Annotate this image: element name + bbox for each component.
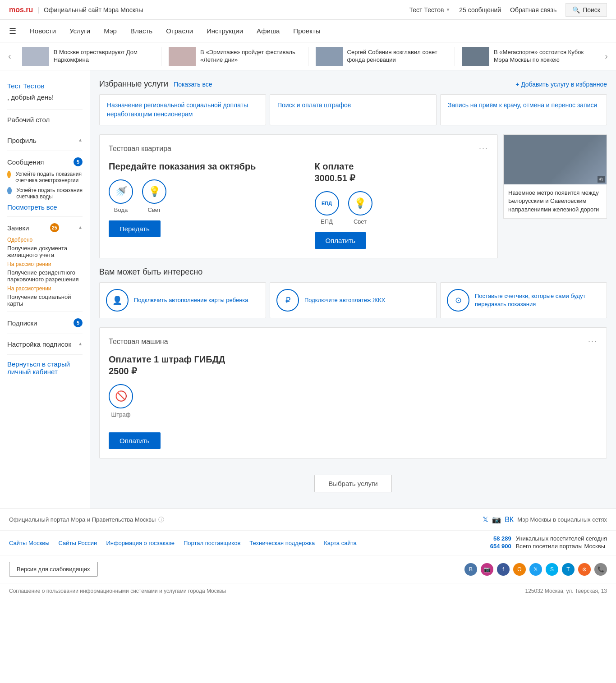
- nav-item-projects[interactable]: Проекты: [293, 27, 320, 35]
- search-button[interactable]: 🔍 Поиск: [565, 3, 607, 17]
- footer-link-0[interactable]: Сайты Москвы: [9, 540, 50, 546]
- sidebar-divider-3: [7, 151, 83, 151]
- add-favorite-link[interactable]: + Добавить услугу в избранное: [515, 81, 607, 88]
- interesting-card-1[interactable]: ₽ Подключите автоплатеж ЖКХ: [270, 282, 437, 318]
- nav-item-mayor[interactable]: Мэр: [104, 27, 117, 35]
- footer-official-text: Официальный портал Мэра и Правительства …: [9, 516, 156, 523]
- favorite-link-1[interactable]: Поиск и оплата штрафов: [277, 101, 351, 109]
- footer-link-4[interactable]: Техническая поддержка: [249, 540, 315, 546]
- favorites-show-all[interactable]: Показать все: [174, 81, 212, 88]
- footer-vk-icon[interactable]: ВК: [505, 516, 514, 524]
- interesting-card-0[interactable]: 👤 Подключить автополнение карты ребенка: [99, 282, 266, 318]
- social-vk-icon[interactable]: В: [464, 563, 477, 576]
- sidebar-old-cabinet-link[interactable]: Вернуться в старый личный кабинет: [7, 358, 83, 377]
- sidebar-messages-section[interactable]: Сообщения 5: [7, 155, 83, 169]
- footer-link-5[interactable]: Карта сайта: [324, 540, 356, 546]
- car-block: Тестовая машина ··· Оплатите 1 штраф ГИБ…: [99, 327, 607, 458]
- apartment-dots-btn[interactable]: ···: [479, 144, 488, 153]
- sidebar-applications-section[interactable]: Заявки 25 ▼: [7, 220, 83, 235]
- payment-col: К оплате 3000.51 ₽ ЕПД ЕПД 💡 Свет: [301, 160, 489, 249]
- favorites-grid: Назначение региональной социальной допла…: [99, 94, 607, 125]
- ticker-img-2: [316, 47, 343, 66]
- footer-link-3[interactable]: Портал поставщиков: [184, 540, 240, 546]
- apartment-block: Тестовая квартира ··· Передайте показани…: [99, 134, 607, 258]
- ticker-item-2[interactable]: Сергей Собянин возглавил совет фонда рен…: [308, 47, 455, 66]
- sidebar-subscriptions-badge: 5: [74, 318, 83, 327]
- content-area: Избранные услуги Показать все + Добавить…: [90, 70, 616, 509]
- footer-twitter-icon[interactable]: 𝕏: [483, 515, 488, 524]
- epd-label: ЕПД: [321, 218, 333, 225]
- sidebar-profile-section[interactable]: Профиль ▼: [7, 134, 83, 147]
- messages-btn[interactable]: 25 сообщений: [459, 6, 501, 14]
- favorite-card-1[interactable]: Поиск и оплата штрафов: [270, 94, 437, 125]
- light-meter-icon: 💡: [142, 179, 166, 204]
- sidebar-messages-badge: 5: [74, 157, 83, 166]
- nav-item-instructions[interactable]: Инструкции: [207, 27, 243, 35]
- interesting-card-2[interactable]: ⊙ Поставьте счетчики, которые сами будут…: [440, 282, 607, 318]
- header-right: Тест Тестов ▼ 25 сообщений Обратная связ…: [409, 3, 607, 17]
- favorites-title: Избранные услуги: [99, 79, 168, 89]
- footer-official: Официальный портал Мэра и Правительства …: [9, 516, 164, 524]
- sidebar-divider-7: [7, 354, 83, 355]
- pay-fine-button[interactable]: Оплатить: [109, 432, 161, 449]
- feedback-link[interactable]: Обратная связь: [510, 6, 556, 14]
- footer-stats: 58 289 Уникальных посетителей сегодня 65…: [484, 535, 607, 550]
- pay-light-label: Свет: [354, 218, 367, 225]
- favorite-link-0[interactable]: Назначение региональной социальной допла…: [107, 101, 248, 118]
- sidebar-messages-label: Сообщения: [7, 158, 44, 166]
- sidebar-subscriptions-section[interactable]: Подписки 5: [7, 316, 83, 330]
- epd-icon: ЕПД: [315, 191, 339, 215]
- nav-item-services[interactable]: Услуги: [69, 27, 90, 35]
- accessibility-button[interactable]: Версия для слабовидящих: [9, 562, 98, 577]
- footer-link-1[interactable]: Сайты России: [59, 540, 97, 546]
- sidebar-see-all-link[interactable]: Посмотреть все: [7, 202, 83, 213]
- pay-apartment-button[interactable]: Оплатить: [315, 232, 367, 249]
- apartment-news: © Наземное метро появится между Белорусс…: [503, 134, 607, 258]
- footer-info-icon[interactable]: ⓘ: [158, 516, 164, 524]
- nav-item-industries[interactable]: Отрасли: [166, 27, 193, 35]
- social-ph-icon[interactable]: 📞: [594, 563, 607, 576]
- ticker-img-0: [22, 47, 49, 66]
- sidebar-username-link[interactable]: Тест Тестов: [7, 79, 83, 92]
- favorite-card-0[interactable]: Назначение региональной социальной допла…: [99, 94, 266, 125]
- social-tg-icon[interactable]: T: [562, 563, 575, 576]
- social-rss-icon[interactable]: ⊛: [578, 563, 591, 576]
- footer-links: Сайты Москвы Сайты России Информация о г…: [0, 530, 616, 555]
- select-services-button[interactable]: Выбрать услуги: [314, 475, 392, 492]
- ticker-item-0[interactable]: В Москве отреставрируют Дом Наркомфина: [15, 47, 161, 66]
- sidebar-divider-1: [7, 109, 83, 110]
- ticker-item-3[interactable]: В «Мегаспорте» состоится Кубок Мэра Моск…: [455, 47, 601, 66]
- user-name-btn[interactable]: Тест Тестов ▼: [409, 6, 451, 14]
- sidebar-desktop-link[interactable]: Рабочий стол: [7, 113, 83, 126]
- footer-link-2[interactable]: Информация о госзаказе: [106, 540, 175, 546]
- sidebar-settings-label: Настройка подписок: [7, 340, 71, 348]
- social-ok-icon[interactable]: О: [513, 563, 526, 576]
- sidebar-settings-section[interactable]: Настройка подписок ▼: [7, 338, 83, 351]
- footer-instagram-icon[interactable]: 📷: [492, 515, 501, 524]
- sidebar-greeting-text: , добрый день!: [7, 93, 54, 101]
- car-dots-btn[interactable]: ···: [588, 337, 598, 346]
- footer-stats-label-1: Всего посетили порталы Москвы: [516, 543, 605, 550]
- mos-logo[interactable]: mos.ru: [9, 6, 33, 14]
- favorite-card-2[interactable]: Запись на приём к врачу, отмена и перено…: [440, 94, 607, 125]
- news-card-main[interactable]: © Наземное метро появится между Белорусс…: [503, 134, 607, 219]
- payment-heading: К оплате 3000.51 ₽: [315, 160, 489, 184]
- nav-item-power[interactable]: Власть: [130, 27, 152, 35]
- ticker-item-1[interactable]: В «Эрмитаже» пройдет фестиваль «Летние д…: [161, 47, 308, 66]
- interesting-title: Вам может быть интересно: [99, 267, 202, 277]
- news-img-watermark: ©: [598, 176, 605, 183]
- social-fb-icon[interactable]: f: [497, 563, 510, 576]
- transmit-button[interactable]: Передать: [109, 220, 161, 237]
- social-ig-icon[interactable]: 📷: [481, 563, 493, 576]
- burger-menu-icon[interactable]: ☰: [9, 26, 16, 36]
- favorite-link-2[interactable]: Запись на приём к врачу, отмена и перено…: [448, 101, 597, 109]
- ticker-next-icon[interactable]: ›: [601, 51, 611, 61]
- ticker-prev-icon[interactable]: ‹: [5, 51, 15, 61]
- nav-item-afisha[interactable]: Афиша: [257, 27, 280, 35]
- ticker-items: В Москве отреставрируют Дом Наркомфина В…: [15, 47, 602, 66]
- sidebar-review-label-1: На рассмотрении: [7, 259, 83, 268]
- social-sk-icon[interactable]: S: [546, 563, 558, 576]
- social-tw-icon[interactable]: 𝕏: [529, 563, 542, 576]
- nav-item-news[interactable]: Новости: [30, 27, 56, 35]
- footer-stats-row-0: 58 289 Уникальных посетителей сегодня: [484, 535, 607, 542]
